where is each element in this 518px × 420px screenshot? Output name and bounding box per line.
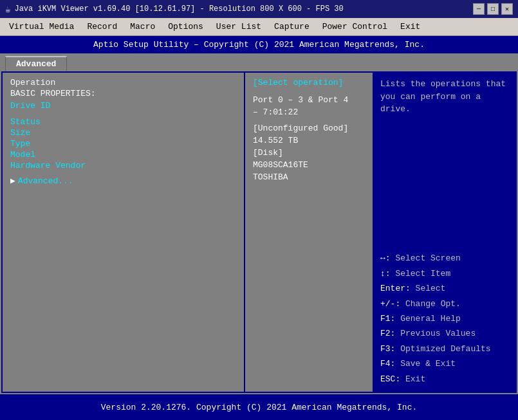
drive-id-value-line1: Port 0 – 3 & Port 4 bbox=[253, 95, 365, 105]
key-help-esc: ESC: Exit bbox=[380, 372, 509, 387]
window-controls: ─ □ ✕ bbox=[473, 3, 513, 15]
type-label: Type bbox=[10, 139, 100, 149]
footer: Version 2.20.1276. Copyright (C) 2021 Am… bbox=[0, 394, 518, 420]
advanced-arrow-icon: ▶ bbox=[10, 176, 15, 186]
size-row: Size bbox=[10, 128, 236, 138]
size-label: Size bbox=[10, 128, 100, 138]
tab-advanced-label: Advanced bbox=[16, 59, 56, 69]
drive-id-value-line2: – 7:01:22 bbox=[253, 107, 365, 117]
key-help-select-screen: ↔: Select Screen bbox=[380, 251, 509, 266]
key-help-section: ↔: Select Screen ↕: Select Item Enter: S… bbox=[380, 251, 509, 387]
menu-exit[interactable]: Exit bbox=[394, 19, 427, 34]
status-row: Status bbox=[10, 117, 236, 127]
select-op: [Select operation] bbox=[253, 78, 365, 87]
middle-panel: [Select operation] Port 0 – 3 & Port 4 –… bbox=[245, 73, 374, 392]
operation-label: Operation bbox=[10, 78, 100, 87]
tab-advanced[interactable]: Advanced bbox=[5, 56, 67, 71]
bios-header-text: Aptio Setup Utility – Copyright (C) 2021… bbox=[93, 40, 425, 50]
maximize-button[interactable]: □ bbox=[487, 3, 499, 15]
title-bar: ☕ Java iKVM Viewer v1.69.40 [10.12.61.97… bbox=[0, 0, 518, 18]
key-help-enter: Enter: Select bbox=[380, 281, 509, 296]
menu-user-list[interactable]: User List bbox=[210, 19, 268, 34]
key-help-select-item: ↕: Select Item bbox=[380, 266, 509, 281]
menu-power-control[interactable]: Power Control bbox=[316, 19, 394, 34]
hardware-vendor-label: Hardware Vendor bbox=[10, 161, 100, 170]
menu-virtual-media[interactable]: Virtual Media bbox=[3, 19, 80, 34]
key-help-f2: F2: Previous Values bbox=[380, 326, 509, 341]
hardware-vendor-value: TOSHIBA bbox=[253, 172, 365, 182]
menu-bar: Virtual Media Record Macro Options User … bbox=[0, 18, 518, 36]
model-value: MG08SCA16TE bbox=[253, 160, 365, 170]
hardware-vendor-row: Hardware Vendor bbox=[10, 161, 236, 170]
title-text: Java iKVM Viewer v1.69.40 [10.12.61.97] … bbox=[14, 5, 343, 14]
minimize-button[interactable]: ─ bbox=[473, 3, 485, 15]
type-value: [Disk] bbox=[253, 148, 365, 158]
right-panel: Lists the operations that you can perfor… bbox=[374, 73, 515, 392]
advanced-item[interactable]: ▶ Advanced... bbox=[10, 176, 236, 186]
status-value: [Unconfigured Good] bbox=[253, 123, 365, 133]
key-help-plus-minus: +/-: Change Opt. bbox=[380, 297, 509, 311]
model-row: Model bbox=[10, 150, 236, 160]
drive-id-label: Drive ID bbox=[10, 101, 100, 111]
bios-header: Aptio Setup Utility – Copyright (C) 2021… bbox=[0, 36, 518, 53]
key-help-f4: F4: Save & Exit bbox=[380, 356, 509, 371]
footer-text: Version 2.20.1276. Copyright (C) 2021 Am… bbox=[101, 403, 417, 412]
basic-props-title: BASIC PROPERTIES: bbox=[10, 89, 236, 98]
advanced-label: Advanced... bbox=[18, 176, 73, 186]
status-label: Status bbox=[10, 117, 100, 127]
key-help-f1: F1: General Help bbox=[380, 311, 509, 326]
left-panel: Operation BASIC PROPERTIES: Drive ID Sta… bbox=[3, 73, 245, 392]
title-bar-title: ☕ Java iKVM Viewer v1.69.40 [10.12.61.97… bbox=[5, 4, 344, 15]
content-area: Operation BASIC PROPERTIES: Drive ID Sta… bbox=[1, 71, 517, 393]
app-icon: ☕ bbox=[5, 4, 10, 15]
tab-row: Advanced bbox=[0, 53, 518, 71]
menu-record[interactable]: Record bbox=[80, 19, 124, 34]
type-row: Type bbox=[10, 139, 236, 149]
bios-container: Aptio Setup Utility – Copyright (C) 2021… bbox=[0, 36, 518, 394]
model-label: Model bbox=[10, 150, 100, 160]
key-help-f3: F3: Optimized Defaults bbox=[380, 342, 509, 356]
menu-options[interactable]: Options bbox=[162, 19, 210, 34]
menu-macro[interactable]: Macro bbox=[124, 19, 162, 34]
operation-row: Operation bbox=[10, 78, 236, 87]
size-value: 14.552 TB bbox=[253, 136, 365, 145]
menu-capture[interactable]: Capture bbox=[268, 19, 316, 34]
help-text: Lists the operations that you can perfor… bbox=[380, 78, 509, 116]
close-button[interactable]: ✕ bbox=[501, 3, 513, 15]
drive-id-row: Drive ID bbox=[10, 101, 236, 111]
